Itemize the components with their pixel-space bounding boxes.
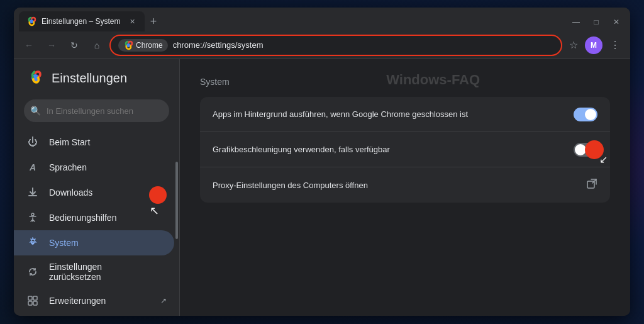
tab-close-button[interactable]: ✕ [127, 16, 137, 26]
sidebar-item-system[interactable]: System [14, 230, 174, 255]
svg-rect-5 [28, 296, 32, 300]
tab-favicon [26, 16, 36, 26]
forward-button[interactable]: → [42, 35, 62, 55]
search-input[interactable] [24, 99, 169, 122]
address-bar-wrapper: Chrome chrome://settings/system [109, 35, 562, 56]
settings-item-hardware-acceleration: Grafikbeschleunigung verwenden, falls ve… [200, 132, 610, 167]
browser-tab[interactable]: Einstellungen – System ✕ [19, 11, 145, 31]
search-icon: 🔍 [30, 106, 41, 116]
background-apps-toggle[interactable] [574, 108, 597, 121]
accessibility-icon [26, 211, 39, 224]
sidebar: Einstellungen 🔍 ⏻ Beim Start A Sprachen [14, 59, 180, 316]
sidebar-item-ueber-google-chrome[interactable]: Über Google Chrome [14, 313, 179, 316]
settings-title: Einstellungen [52, 71, 127, 86]
new-tab-button[interactable]: + [145, 13, 162, 30]
sidebar-item-bedienungshilfen[interactable]: Bedienungshilfen [14, 205, 179, 230]
bookmark-button[interactable]: ☆ [565, 36, 582, 54]
sidebar-scrollbar[interactable] [175, 162, 178, 238]
tab-title: Einstellungen – System [42, 17, 122, 26]
settings-item-background-apps: Apps im Hintergrund ausführen, wenn Goog… [200, 97, 610, 132]
home-button[interactable]: ⌂ [87, 35, 107, 55]
power-icon: ⏻ [26, 136, 39, 148]
toggle-knob [585, 109, 596, 120]
maximize-button[interactable]: □ [587, 15, 605, 29]
sidebar-item-einstellungen-zuruecksetzen[interactable]: Einstellungen zurücksetzen [14, 255, 179, 288]
settings-item-text: Apps im Hintergrund ausführen, wenn Goog… [213, 109, 574, 119]
proxy-external-link-icon[interactable] [586, 178, 597, 192]
chrome-badge-text: Chrome [136, 41, 163, 50]
nav-bar: ← → ↻ ⌂ Chrome chrome://settings/sy [14, 31, 630, 59]
title-bar: Einstellungen – System ✕ + — □ ✕ [14, 8, 630, 31]
extensions-icon [26, 294, 39, 307]
address-bar[interactable]: Chrome chrome://settings/system [109, 35, 562, 56]
section-title: System [200, 77, 610, 87]
desktop: Einstellungen – System ✕ + — □ ✕ ← → ↻ ⌂ [0, 0, 644, 324]
settings-item-proxy: Proxy-Einstellungen des Computers öffnen [200, 167, 610, 203]
svg-point-4 [31, 242, 34, 244]
sidebar-search: 🔍 [24, 99, 169, 122]
sidebar-item-label: Downloads [49, 187, 167, 198]
svg-point-3 [31, 213, 34, 216]
reset-icon [26, 265, 39, 278]
sidebar-item-label: Erweiterungen [49, 296, 150, 306]
cursor-arrow-toggle: ↙ [599, 154, 608, 165]
system-icon [26, 237, 39, 249]
external-link-icon: ↗ [160, 296, 167, 305]
chrome-badge: Chrome [118, 39, 168, 52]
svg-rect-6 [33, 296, 37, 300]
search-wrapper: 🔍 [24, 99, 169, 122]
svg-rect-8 [33, 301, 37, 305]
sidebar-item-erweiterungen[interactable]: Erweiterungen ↗ [14, 288, 179, 313]
hardware-acceleration-toggle[interactable] [574, 143, 597, 157]
sidebar-item-beim-start[interactable]: ⏻ Beim Start [14, 130, 179, 155]
refresh-button[interactable]: ↻ [64, 35, 84, 55]
profile-button[interactable]: M [585, 36, 602, 54]
sidebar-item-label: System [49, 238, 162, 248]
sidebar-item-label: Bedienungshilfen [49, 213, 167, 223]
settings-card: Apps im Hintergrund ausführen, wenn Goog… [200, 97, 610, 203]
sidebar-item-downloads[interactable]: Downloads [14, 180, 179, 205]
svg-rect-7 [28, 301, 32, 305]
sidebar-item-label: Sprachen [49, 162, 167, 172]
back-button[interactable]: ← [19, 35, 39, 55]
window-controls: — □ ✕ [562, 15, 630, 29]
minimize-button[interactable]: — [567, 15, 585, 29]
sidebar-header: Einstellungen [14, 69, 179, 99]
main-content: Einstellungen 🔍 ⏻ Beim Start A Sprachen [14, 59, 630, 316]
address-text: chrome://settings/system [173, 40, 553, 50]
settings-item-text: Grafikbeschleunigung verwenden, falls ve… [213, 145, 574, 154]
menu-button[interactable]: ⋮ [605, 35, 625, 55]
page-content: Windows-FAQ System Apps im Hintergrund a… [180, 59, 630, 316]
settings-item-text: Proxy-Einstellungen des Computers öffnen [213, 181, 586, 190]
download-icon [26, 186, 39, 199]
toggle-knob [575, 144, 586, 155]
language-icon: A [26, 161, 39, 174]
sidebar-item-label: Einstellungen zurücksetzen [49, 262, 167, 282]
sidebar-item-label: Beim Start [49, 137, 167, 147]
sidebar-item-sprachen[interactable]: A Sprachen [14, 155, 179, 180]
close-window-button[interactable]: ✕ [608, 15, 625, 29]
browser-window: Einstellungen – System ✕ + — □ ✕ ← → ↻ ⌂ [14, 8, 630, 316]
